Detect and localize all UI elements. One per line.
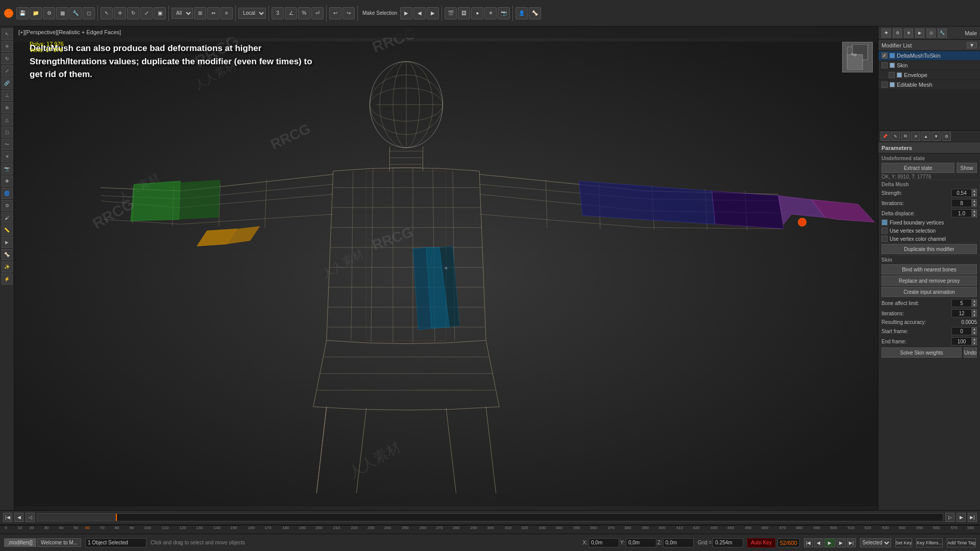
params-copy-icon[interactable]: ⧉ [901, 132, 910, 141]
spacewarps-icon[interactable]: 🌀 [2, 188, 13, 199]
start-frame-down[interactable]: ▼ [972, 331, 977, 335]
render-button[interactable]: 🖼 [458, 7, 470, 19]
modifier-checkbox-deltamush[interactable]: ✓ [881, 53, 888, 59]
playback-play[interactable]: ▶ [824, 538, 836, 547]
tools-button[interactable]: 🔧 [69, 7, 82, 19]
selection-mode-dropdown[interactable]: Selected [860, 538, 891, 547]
params-move-down-icon[interactable]: ▼ [932, 132, 941, 141]
prev-frame-button[interactable]: ◀ [413, 7, 426, 19]
modifier-envelope[interactable]: Envelope [878, 70, 980, 80]
settings-button[interactable]: ⚙ [43, 7, 55, 19]
selection-mode-select[interactable]: All [172, 8, 193, 19]
modifier-checkbox-skin[interactable] [881, 62, 888, 68]
modifier-dropdown[interactable]: ▼ [967, 42, 977, 48]
scale-button[interactable]: ⤢ [140, 7, 153, 19]
layers-button[interactable]: ▦ [56, 7, 68, 19]
z-value[interactable]: 0,0m [663, 538, 694, 547]
effects-icon[interactable]: ✨ [2, 261, 13, 272]
percent-snap-button[interactable]: % [298, 7, 310, 19]
end-frame-input[interactable] [951, 337, 972, 345]
coord-system-select[interactable]: Local [238, 8, 266, 19]
unlink-tool-icon[interactable]: ⊥ [2, 90, 13, 101]
snap-toggle[interactable]: ⊞ [194, 7, 206, 19]
lights-icon[interactable]: ☀ [2, 151, 13, 162]
replace-remove-button[interactable]: Replace and remove proxy [881, 276, 977, 286]
prev-key-button[interactable]: ◀ [14, 513, 23, 522]
strength-down-arrow[interactable]: ▼ [972, 193, 977, 197]
camera-button[interactable]: 📷 [498, 7, 510, 19]
params-settings-icon[interactable]: ⚙ [942, 132, 951, 141]
modifiers-tab[interactable]: .modifiers[] [4, 538, 36, 547]
shapes-icon[interactable]: △ [2, 114, 13, 126]
x-value[interactable]: 0,0m [589, 538, 619, 547]
delta-displace-input[interactable] [951, 209, 972, 217]
start-frame-up[interactable]: ▲ [972, 327, 977, 331]
strength-up-arrow[interactable]: ▲ [972, 189, 977, 193]
fixed-boundary-checkbox[interactable] [881, 219, 888, 226]
playback-prev-frame[interactable]: ◀ [814, 538, 823, 547]
select-button[interactable]: ↖ [101, 7, 113, 19]
rigging-icon[interactable]: 🦴 [2, 249, 13, 260]
bind-tool-icon[interactable]: ⊕ [2, 102, 13, 113]
object-button[interactable]: ◻ [83, 7, 95, 19]
bone-affect-up[interactable]: ▲ [972, 299, 977, 303]
params-pin-icon[interactable]: 📌 [880, 132, 890, 141]
playback-prev-key[interactable]: |◀ [804, 538, 813, 547]
viewport[interactable]: [+][Perspective][Realistic + Edged Faces… [14, 27, 878, 510]
select-filter[interactable]: ▣ [154, 7, 166, 19]
measure-icon[interactable]: 📏 [2, 224, 13, 236]
iterations-up-arrow[interactable]: ▲ [972, 199, 977, 203]
scale-tool-icon[interactable]: ⤢ [2, 65, 13, 77]
link-tool-icon[interactable]: 🔗 [2, 78, 13, 89]
character-button[interactable]: 👤 [516, 7, 528, 19]
iterations2-down[interactable]: ▼ [972, 313, 977, 317]
playback-next-frame[interactable]: ▶ [837, 538, 846, 547]
modify-icon[interactable]: ⚙ [893, 29, 902, 38]
params-move-up-icon[interactable]: ▲ [921, 132, 930, 141]
bone-affect-limit-input[interactable] [951, 299, 972, 307]
go-end-button[interactable]: ▶| [968, 513, 977, 522]
orientation-cube[interactable]: Top [842, 42, 873, 72]
open-button[interactable]: 📁 [30, 7, 42, 19]
undo-button-params[interactable]: Undo [964, 347, 977, 358]
auto-key-button[interactable]: Auto Key [747, 538, 775, 547]
solve-skin-weights-button[interactable]: Solve Skin weights [881, 347, 962, 358]
end-frame-up[interactable]: ▲ [972, 337, 977, 341]
modifier-skin[interactable]: Skin [878, 61, 980, 70]
save-button[interactable]: 💾 [16, 7, 29, 19]
strength-input[interactable] [951, 189, 972, 197]
move-button[interactable]: ✛ [114, 7, 126, 19]
animation-icon[interactable]: ▶ [2, 237, 13, 248]
rotate-tool-icon[interactable]: ↻ [2, 53, 13, 64]
material-button[interactable]: ● [471, 7, 483, 19]
end-frame-down[interactable]: ▼ [972, 341, 977, 345]
next-key-button[interactable]: ▶ [957, 513, 966, 522]
systems-icon[interactable]: ⚙ [2, 200, 13, 211]
add-time-tag-button[interactable]: Add Time Tag [947, 538, 976, 547]
modifier-checkbox-envelope[interactable] [889, 72, 895, 78]
app-menu-button[interactable] [4, 9, 13, 18]
set-key-button[interactable]: Set Key [895, 538, 913, 547]
helpers-icon[interactable]: ✚ [2, 176, 13, 187]
show-button[interactable]: Show [957, 163, 977, 173]
key-filters-button[interactable]: Key Filters... [916, 538, 943, 547]
hierarchy-icon[interactable]: ⊕ [904, 29, 913, 38]
iterations-input[interactable] [951, 199, 972, 207]
playback-next-key[interactable]: ▶| [847, 538, 856, 547]
timeline-bar[interactable] [37, 513, 943, 521]
next-frame-button[interactable]: ▶ [427, 7, 439, 19]
mirror-button[interactable]: ⇔ [207, 7, 219, 19]
play-button[interactable]: ▶ [400, 7, 412, 19]
timeline-prev-button[interactable]: ◁ [26, 513, 35, 522]
y-value[interactable]: 0,0m [626, 538, 656, 547]
use-vertex-color-checkbox[interactable] [881, 236, 888, 242]
modifier-checkbox-editable[interactable] [881, 82, 888, 88]
create-input-animation-button[interactable]: Create input animation [881, 287, 977, 297]
iterations-down-arrow[interactable]: ▼ [972, 203, 977, 207]
params-edit-icon[interactable]: ✎ [891, 132, 900, 141]
create-icon[interactable]: ✚ [881, 29, 891, 38]
params-delete-icon[interactable]: ✕ [911, 132, 920, 141]
cameras-icon[interactable]: 📷 [2, 163, 13, 174]
timeline-next-button[interactable]: ▷ [945, 513, 954, 522]
bind-nearest-bones-button[interactable]: Bind with nearest bones [881, 264, 977, 274]
